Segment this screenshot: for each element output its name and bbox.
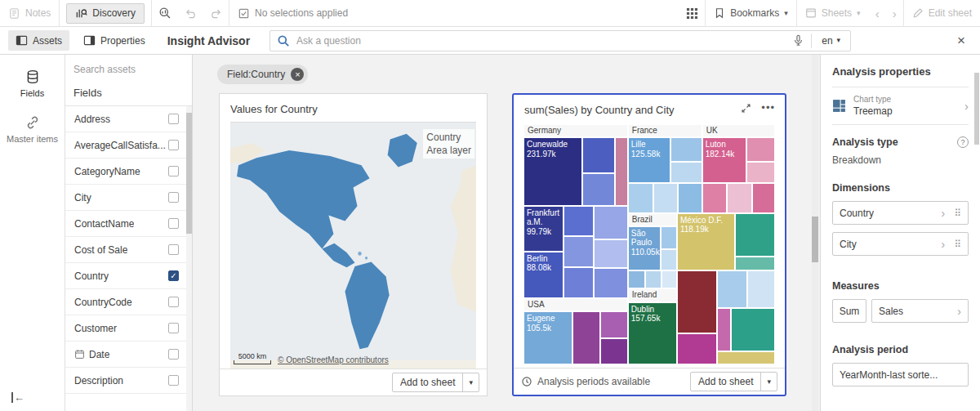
step-forward-button[interactable] <box>203 0 229 27</box>
measure-field-button[interactable]: Sales › <box>871 299 969 323</box>
treemap-cell[interactable] <box>717 270 747 308</box>
add-to-sheet-button[interactable]: Add to sheet ▾ <box>392 373 479 392</box>
treemap-cell[interactable]: Dublin157.65k <box>628 302 677 364</box>
treemap-cell[interactable]: Eugene105.5k <box>523 311 572 364</box>
treemap-cell[interactable] <box>731 308 775 351</box>
assets-scrollbar[interactable] <box>186 106 192 411</box>
treemap-cell[interactable]: Berlin88.08k <box>523 252 564 298</box>
bookmarks-button[interactable]: Bookmarks ▾ <box>706 0 796 27</box>
treemap-group-header[interactable]: USA <box>523 298 628 311</box>
field-checkbox[interactable] <box>168 192 179 203</box>
dimension-country-button[interactable]: Country › ⠿ <box>832 201 969 225</box>
field-list-item[interactable]: AverageCallSatisfa... <box>65 132 192 159</box>
caret-down-icon[interactable]: ▾ <box>761 373 777 391</box>
selections-status[interactable]: No selections applied <box>229 7 356 20</box>
analysis-period-button[interactable]: YearMonth-last sorte... <box>832 363 969 386</box>
remove-filter-icon[interactable]: × <box>291 68 304 81</box>
caret-down-icon[interactable]: ▾ <box>463 373 479 391</box>
treemap-cell[interactable] <box>615 137 627 206</box>
treemap-cell[interactable] <box>746 137 775 161</box>
field-checkbox[interactable]: ✓ <box>168 270 179 281</box>
dimension-city-button[interactable]: City › ⠿ <box>832 232 969 256</box>
scrollbar-thumb[interactable] <box>974 73 979 145</box>
previous-sheet-button[interactable]: ‹ <box>869 0 886 27</box>
discovery-button[interactable]: Discovery <box>66 3 145 24</box>
field-checkbox[interactable] <box>168 166 179 176</box>
treemap-cell[interactable] <box>653 183 679 213</box>
properties-scrollbar[interactable] <box>974 73 979 383</box>
field-list-item[interactable]: ContactName <box>65 211 192 237</box>
treemap-cell[interactable] <box>670 162 702 183</box>
field-list-item[interactable]: CategoryName <box>65 159 192 185</box>
tab-fields[interactable]: Fields <box>4 65 61 104</box>
field-checkbox[interactable] <box>168 140 179 150</box>
treemap-cell[interactable] <box>677 270 717 333</box>
treemap-cell[interactable] <box>717 308 731 351</box>
field-checkbox[interactable] <box>168 375 179 386</box>
notes-button[interactable]: Notes <box>0 0 59 27</box>
field-list-item[interactable]: Cost of Sale <box>65 237 192 263</box>
treemap-cell[interactable] <box>564 206 594 236</box>
treemap-group-header[interactable]: Brazil <box>628 213 677 226</box>
treemap-group-header[interactable]: Ireland <box>628 288 677 302</box>
insight-search-button[interactable] <box>152 0 178 27</box>
drag-handle-icon[interactable]: ⠿ <box>954 208 961 218</box>
measure-aggregation-button[interactable]: Sum <box>832 299 866 323</box>
treemap-cell[interactable]: Frankfurt a.M.99.79k <box>523 206 564 252</box>
sheets-button[interactable]: Sheets ▾ <box>797 0 869 27</box>
treemap-cell[interactable] <box>582 137 615 173</box>
treemap-cell[interactable]: Lille125.58k <box>628 137 670 183</box>
treemap-cell[interactable] <box>661 226 677 249</box>
treemap-cell[interactable] <box>564 236 594 267</box>
properties-toggle-button[interactable]: Properties <box>76 30 153 51</box>
field-checkbox[interactable] <box>168 218 179 229</box>
treemap-chart[interactable]: GermanyFranceUKBrazilIrelandUSACunewalde… <box>523 124 775 364</box>
treemap-group-header[interactable]: France <box>628 124 702 137</box>
treemap-cell[interactable] <box>645 270 662 288</box>
treemap-cell[interactable] <box>735 257 775 271</box>
language-selector[interactable]: en ▾ <box>818 35 844 47</box>
add-to-sheet-button[interactable]: Add to sheet ▾ <box>690 372 777 391</box>
chart-type-row[interactable]: Chart type Treemap › <box>832 87 969 125</box>
field-list-item[interactable]: Address <box>65 106 192 132</box>
help-icon[interactable]: ? <box>957 136 969 148</box>
map-attribution-link[interactable]: © OpenStreetMap contributors <box>278 355 389 364</box>
treemap-cell[interactable] <box>717 351 775 364</box>
treemap-cell[interactable] <box>594 206 628 239</box>
scrollbar-thumb[interactable] <box>812 217 818 262</box>
world-map[interactable] <box>230 123 476 369</box>
map-chart[interactable]: Country Area layer 5000 km © OpenStreetM… <box>230 122 476 369</box>
treemap-cell[interactable] <box>735 213 775 257</box>
treemap-cell[interactable] <box>572 311 600 364</box>
next-sheet-button[interactable]: › <box>886 0 903 27</box>
drag-handle-icon[interactable]: ⠿ <box>954 239 961 249</box>
field-list-item[interactable]: Customer <box>65 315 192 342</box>
main-scrollbar[interactable] <box>812 55 818 411</box>
treemap-cell[interactable] <box>702 183 728 213</box>
edit-sheet-button[interactable]: Edit sheet <box>904 0 980 27</box>
treemap-cell[interactable] <box>661 249 677 270</box>
treemap-group-header[interactable]: UK <box>702 124 775 137</box>
treemap-cell[interactable] <box>594 239 628 268</box>
treemap-cell[interactable] <box>628 183 653 213</box>
step-back-button[interactable] <box>178 0 203 27</box>
treemap-cell[interactable] <box>670 137 702 161</box>
more-menu-icon[interactable]: ••• <box>761 101 775 114</box>
field-checkbox[interactable] <box>168 323 179 333</box>
treemap-cell[interactable]: São Paulo110.05k <box>628 226 661 270</box>
expand-icon[interactable] <box>741 103 751 114</box>
treemap-cell[interactable] <box>727 183 752 213</box>
collapse-panel-icon[interactable]: ← <box>11 392 24 403</box>
filter-chip[interactable]: Field:Country × <box>217 65 308 84</box>
treemap-cell[interactable] <box>678 183 702 213</box>
treemap-cell[interactable] <box>582 173 615 206</box>
treemap-cell[interactable] <box>662 270 676 288</box>
tab-master-items[interactable]: Master items <box>4 110 61 150</box>
scrollbar-thumb[interactable] <box>186 113 192 234</box>
treemap-cell[interactable]: México D.F.118.19k <box>677 213 735 271</box>
field-list-item[interactable]: CountryCode <box>65 289 192 315</box>
treemap-cell[interactable] <box>628 270 646 288</box>
treemap-group-header[interactable]: Germany <box>523 124 628 137</box>
treemap-cell[interactable] <box>600 311 628 337</box>
assets-toggle-button[interactable]: Assets <box>8 30 69 51</box>
